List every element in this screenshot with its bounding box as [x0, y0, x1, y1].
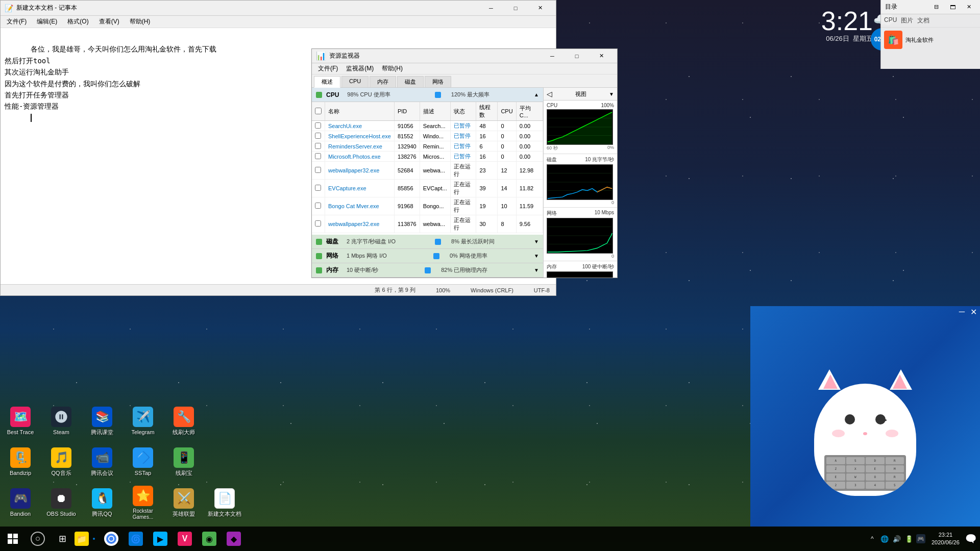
start-button[interactable]	[0, 527, 26, 551]
side-panel-close-btn[interactable]: ✕	[962, 2, 976, 12]
col-desc[interactable]: 描述	[420, 102, 450, 121]
taskbar-chrome-btn[interactable]	[99, 527, 124, 551]
taoliejin-item[interactable]: 🛍️ 淘礼金软件	[884, 31, 977, 49]
desktop-icon-rockstar[interactable]: ⭐ Rockstar Games...	[122, 483, 163, 523]
taskbar-edge-btn[interactable]: 🌀	[124, 527, 148, 551]
anim-panel-close-btn[interactable]: ✕	[970, 307, 977, 317]
anim-panel-minimize-btn[interactable]: ─	[959, 307, 965, 316]
col-status[interactable]: 状态	[450, 102, 476, 121]
tray-notification-btn[interactable]: 🗨️	[966, 534, 976, 544]
select-all-checkbox[interactable]	[315, 108, 322, 114]
tray-battery-icon[interactable]: 🔋	[904, 534, 914, 544]
rm-view-label[interactable]: 视图	[575, 90, 586, 98]
desktop-icon-telegram[interactable]: ✈️ Telegram	[122, 401, 163, 442]
table-row[interactable]: webwallpaper32.exe 113876 webwa... 正在运行 …	[312, 215, 543, 233]
taskbar-clock[interactable]: 23:21 2020/06/26	[927, 531, 964, 547]
rm-disk-header[interactable]: 磁盘 2 兆字节/秒磁盘 I/O 8% 最长活跃时间 ▼	[312, 235, 543, 249]
notepad-menu-file[interactable]: 文件(F)	[3, 16, 31, 27]
table-row[interactable]: ShellExperienceHost.exe 81552 Windo... 已…	[312, 131, 543, 141]
col-name[interactable]: 名称	[325, 102, 395, 121]
taskbar-purple-btn[interactable]: ◆	[222, 527, 246, 551]
rm-maximize-btn[interactable]: □	[565, 51, 589, 62]
table-row[interactable]: webwallpaper32.exe 52684 webwa... 正在运行 2…	[312, 162, 543, 180]
proc-checkbox-2[interactable]	[315, 143, 321, 149]
rm-tab-cpu[interactable]: CPU	[341, 76, 369, 87]
sp-nav-pic[interactable]: 图片	[901, 16, 913, 25]
desktop-icon-tencent-class[interactable]: 📚 腾讯课堂	[82, 401, 122, 442]
col-cpu[interactable]: CPU	[498, 102, 516, 121]
table-row[interactable]: Microsoft.Photos.exe 138276 Micros... 已暂…	[312, 152, 543, 162]
notepad-menu-help[interactable]: 帮助(H)	[126, 16, 155, 27]
table-row[interactable]: SearchUi.exe 91056 Search... 已暂停 48 0 0.…	[312, 121, 543, 131]
tray-up-arrow[interactable]: ^	[867, 534, 877, 544]
rm-menu-monitor[interactable]: 监视器(M)	[342, 63, 378, 74]
table-row[interactable]: RemindersServer.exe 132940 Remin... 已暂停 …	[312, 141, 543, 152]
rm-memory-header[interactable]: 内存 10 硬中断/秒 82% 已用物理内存 ▼	[312, 263, 543, 278]
taskbar-media-btn[interactable]: ▶	[148, 527, 173, 551]
table-row[interactable]: Bongo Cat Mver.exe 91968 Bongo... 正在运行 1…	[312, 197, 543, 215]
memory-stat2-icon	[425, 267, 431, 273]
rm-tab-overview[interactable]: 概述	[314, 76, 340, 88]
proc-checkbox-3[interactable]	[315, 153, 321, 159]
disk-expand-icon[interactable]: ▼	[534, 239, 539, 244]
tray-network-icon[interactable]: 🌐	[879, 534, 890, 544]
desktop-icon-qqmusic[interactable]: 🎵 QQ音乐	[41, 442, 82, 483]
desktop-icon-notepad-file[interactable]: 📄 新建文本文档	[204, 483, 245, 523]
desktop-icon-bandizip[interactable]: 🗜️ Bandizip	[0, 442, 41, 483]
rm-menu-help[interactable]: 帮助(H)	[378, 63, 407, 74]
table-row[interactable]: EVCapture.exe 85856 EVCapt... 正在运行 39 14…	[312, 180, 543, 197]
desktop-icon-xsmaster[interactable]: 🔧 线刷大师	[163, 401, 204, 442]
tray-speaker-icon[interactable]: 🔊	[892, 534, 902, 544]
col-avg[interactable]: 平均 C...	[516, 102, 543, 121]
proc-checkbox-6[interactable]	[315, 203, 321, 209]
proc-checkbox-5[interactable]	[315, 185, 321, 191]
col-pid[interactable]: PID	[394, 102, 420, 121]
rm-minimize-btn[interactable]: ─	[541, 51, 564, 62]
side-panel-max-btn[interactable]: 🗖	[945, 2, 960, 12]
rm-view-arrow[interactable]: ▼	[609, 91, 614, 97]
proc-checkbox-4[interactable]	[315, 167, 321, 173]
taskbar-explorer-btn[interactable]: 📁	[75, 527, 99, 551]
desktop-icon-besttrace[interactable]: 🗺️ Best Trace	[0, 401, 41, 442]
desktop-icon-qq[interactable]: 🐧 腾讯QQ	[82, 483, 122, 523]
proc-checkbox-1[interactable]	[315, 133, 321, 139]
taskbar-v-btn[interactable]: V	[173, 527, 197, 551]
rm-tab-memory[interactable]: 内存	[370, 76, 396, 87]
notepad-maximize-btn[interactable]: □	[504, 3, 527, 14]
side-panel-restore-btn[interactable]: ⊟	[929, 2, 943, 12]
rm-cpu-header[interactable]: CPU 98% CPU 使用率 120% 最大频率 ▲	[312, 88, 543, 102]
desktop-icon-sstap[interactable]: 🔷 SSTap	[122, 442, 163, 483]
desktop-icon-lol[interactable]: ⚔️ 英雄联盟	[163, 483, 204, 523]
desktop-icon-voov[interactable]: 📹 腾讯会议	[82, 442, 122, 483]
col-threads[interactable]: 线程数	[476, 102, 498, 121]
proc-checkbox-7[interactable]	[315, 220, 321, 227]
desktop-icon-obs[interactable]: ⏺ OBS Studio	[41, 483, 82, 523]
desktop-icons-row3: 🗺️ Best Trace Steam 📚 腾讯课堂 ✈️ Telegram 🔧…	[0, 401, 204, 442]
memory-expand-icon[interactable]: ▼	[534, 267, 539, 273]
rm-tab-network[interactable]: 网络	[425, 76, 451, 87]
rm-tab-disk[interactable]: 磁盘	[397, 76, 424, 87]
rm-close-btn[interactable]: ✕	[590, 51, 613, 62]
sp-nav-doc[interactable]: 文档	[917, 16, 929, 25]
network-expand-icon[interactable]: ▼	[534, 253, 539, 259]
taskbar-taskview-btn[interactable]: ⊞	[50, 527, 75, 551]
sp-nav-other[interactable]: CPU	[884, 16, 897, 25]
rm-network-header[interactable]: 网络 1 Mbps 网络 I/O 0% 网络使用率 ▼	[312, 249, 543, 263]
tray-steam-icon[interactable]: 🎮	[916, 534, 925, 543]
proc-threads: 16	[476, 152, 498, 162]
notepad-close-btn[interactable]: ✕	[528, 3, 552, 14]
notepad-menu-view[interactable]: 查看(V)	[95, 16, 124, 27]
desktop-icon-steam[interactable]: Steam	[41, 401, 82, 442]
taskbar-green-btn[interactable]: ◉	[197, 527, 222, 551]
desktop-icon-xsbaobao[interactable]: 📱 线刷宝	[163, 442, 204, 483]
cpu-expand-icon[interactable]: ▲	[534, 92, 539, 97]
rm-nav-left[interactable]: ◁	[547, 90, 552, 98]
notepad-minimize-btn[interactable]: ─	[479, 3, 503, 14]
proc-checkbox-0[interactable]	[315, 122, 321, 129]
taskbar-search-btn[interactable]	[26, 527, 50, 551]
notepad-menu-edit[interactable]: 编辑(E)	[33, 16, 61, 27]
rm-menu-file[interactable]: 文件(F)	[314, 63, 342, 74]
desktop-icon-bandion[interactable]: 🎮 Bandion	[0, 483, 41, 523]
network-graph-title: 网络	[547, 210, 557, 217]
notepad-menu-format[interactable]: 格式(O)	[63, 16, 92, 27]
